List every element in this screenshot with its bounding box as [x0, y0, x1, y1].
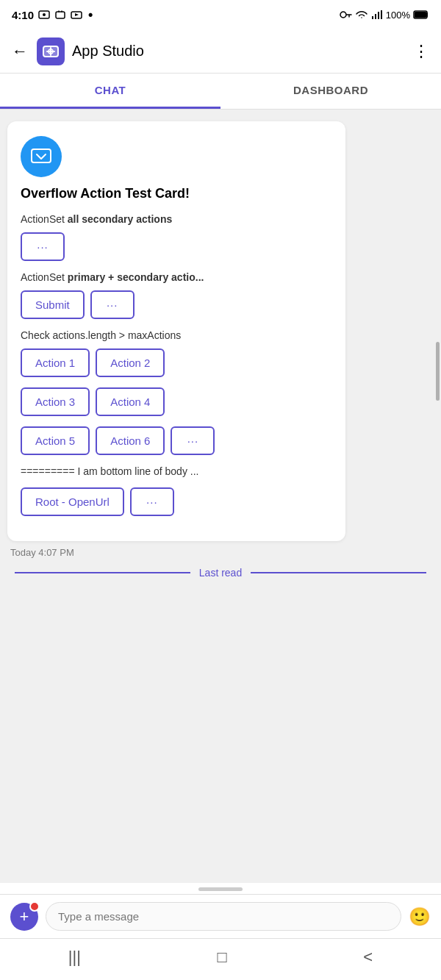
message-input[interactable]	[46, 902, 401, 931]
tab-bar: CHAT DASHBOARD	[0, 74, 441, 110]
chat-area: Overflow Action Test Card! ActionSet all…	[0, 110, 441, 883]
card-avatar-icon	[30, 146, 52, 168]
svg-rect-2	[56, 12, 65, 18]
app-logo-icon	[42, 43, 60, 60]
root-openurl-button[interactable]: Root - OpenUrl	[21, 487, 124, 516]
wifi-icon	[355, 10, 368, 20]
nav-recents-button[interactable]: |||	[68, 948, 81, 967]
action1-button[interactable]: Action 1	[21, 348, 90, 377]
footer-overflow-button[interactable]: ···	[130, 487, 174, 516]
status-bar: 4:10 • 100%	[0, 0, 441, 29]
section2-overflow-button[interactable]: ···	[90, 290, 135, 319]
svg-rect-10	[415, 12, 426, 18]
notification-badge	[29, 901, 40, 912]
card-avatar	[21, 136, 62, 177]
back-button[interactable]: ←	[12, 42, 28, 61]
bottom-line-text: ========= I am bottom line of body ...	[21, 465, 332, 477]
svg-rect-14	[32, 149, 51, 162]
battery-display: 100%	[386, 10, 410, 21]
teams-icon	[54, 10, 66, 20]
plus-icon: +	[20, 909, 29, 925]
dot-indicator: •	[88, 7, 93, 23]
youtube-icon	[71, 10, 82, 20]
time-display: 4:10	[12, 9, 34, 21]
section3-row1: Action 1 Action 2	[21, 348, 332, 377]
scroll-handle-bar	[0, 883, 441, 894]
action2-button[interactable]: Action 2	[96, 348, 165, 377]
section3-row2: Action 3 Action 4	[21, 387, 332, 416]
svg-rect-8	[381, 10, 382, 19]
screen-record-icon	[38, 10, 50, 20]
action6-button[interactable]: Action 6	[96, 426, 165, 455]
top-bar: ← App Studio ⋮	[0, 29, 441, 74]
card-title: Overflow Action Test Card!	[21, 186, 332, 201]
section1-actions: ···	[21, 232, 332, 261]
svg-rect-6	[375, 14, 376, 19]
message-timestamp: Today 4:07 PM	[7, 547, 434, 558]
svg-point-1	[43, 13, 46, 16]
last-read-label: Last read	[199, 567, 242, 579]
submit-button[interactable]: Submit	[21, 290, 85, 319]
nav-home-button[interactable]: □	[218, 948, 227, 967]
emoji-button[interactable]: 🙂	[409, 906, 431, 927]
section3-overflow-button[interactable]: ···	[171, 426, 215, 455]
action3-button[interactable]: Action 3	[21, 387, 90, 416]
section1-overflow-button[interactable]: ···	[21, 232, 65, 261]
svg-rect-7	[378, 12, 379, 19]
navigation-bar: ||| □ <	[0, 938, 441, 980]
last-read-line-left	[15, 572, 190, 573]
svg-rect-5	[372, 16, 373, 19]
status-icons: 100%	[339, 10, 429, 21]
tab-chat[interactable]: CHAT	[0, 74, 220, 109]
status-time: 4:10 •	[12, 7, 93, 23]
input-bar: + 🙂	[0, 894, 441, 938]
last-read-line-right	[251, 572, 426, 573]
add-attachment-button[interactable]: +	[10, 903, 38, 931]
section2-actions: Submit ···	[21, 290, 332, 319]
action5-button[interactable]: Action 5	[21, 426, 90, 455]
section2-label: ActionSet primary + secondary actio...	[21, 271, 332, 283]
app-logo	[37, 37, 65, 65]
footer-actions: Root - OpenUrl ···	[21, 487, 332, 516]
chat-wrapper: Overflow Action Test Card! ActionSet all…	[0, 110, 441, 883]
signal-icon	[371, 10, 383, 20]
app-title: App Studio	[72, 43, 413, 60]
nav-back-button[interactable]: <	[363, 948, 373, 967]
battery-icon	[413, 10, 429, 20]
scroll-indicator	[436, 342, 440, 401]
section1-label: ActionSet all secondary actions	[21, 213, 332, 225]
section3-row3: Action 5 Action 6 ···	[21, 426, 332, 455]
action4-button[interactable]: Action 4	[96, 387, 165, 416]
key-icon	[339, 10, 352, 20]
more-options-button[interactable]: ⋮	[413, 42, 429, 61]
action-card: Overflow Action Test Card! ActionSet all…	[7, 121, 345, 541]
tab-dashboard[interactable]: DASHBOARD	[220, 74, 441, 109]
section3-label: Check actions.length > maxActions	[21, 329, 332, 341]
last-read-divider: Last read	[7, 558, 434, 587]
scroll-handle-indicator	[198, 887, 243, 891]
